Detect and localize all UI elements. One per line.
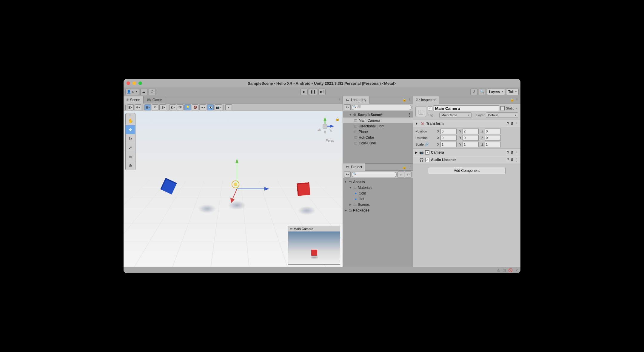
hierarchy-item-main-camera[interactable]: ◫Main Camera	[343, 118, 413, 123]
position-y[interactable]	[463, 129, 479, 134]
packages-folder[interactable]: ▶🗀Packages	[343, 207, 413, 213]
move-tool[interactable]: ✥	[126, 125, 135, 134]
draw-mode-button[interactable]: ◐▾	[170, 104, 176, 110]
inspector-tab[interactable]: ⓘ Inspector	[413, 96, 439, 104]
help-icon[interactable]: ?	[507, 158, 509, 162]
preset-icon[interactable]: ⇵	[511, 121, 514, 126]
effects-toggle[interactable]: ☁▾	[199, 104, 206, 110]
position-z[interactable]	[485, 129, 501, 134]
services-button[interactable]: ⬡	[149, 89, 156, 95]
preset-icon[interactable]: ⇵	[511, 150, 514, 155]
minimize-window[interactable]	[133, 81, 136, 85]
step-button[interactable]: ▶|	[318, 89, 326, 95]
lighting-toggle[interactable]: 💡	[184, 104, 191, 110]
position-x[interactable]	[440, 129, 457, 134]
create-button[interactable]: +▾	[344, 104, 351, 110]
tools-drag-handle[interactable]: ═	[126, 113, 135, 116]
audiolistener-enabled-checkbox[interactable]: ✓	[425, 158, 429, 162]
help-icon[interactable]: ?	[507, 121, 509, 126]
scenes-folder[interactable]: ▶🗀Scenes	[343, 202, 413, 207]
hierarchy-search[interactable]: All	[352, 105, 412, 110]
hierarchy-item-hot-cube[interactable]: ◫Hot-Cube	[343, 135, 413, 140]
hierarchy-item-cold-cube[interactable]: ◫Cold-Cube	[343, 140, 413, 146]
scene-viewport[interactable]: ═ ✋ ✥ ↻ ⤢ ▭ ⊕ y	[124, 111, 343, 267]
hierarchy-item-directional-light[interactable]: ◫Directional Light	[343, 123, 413, 129]
hot-cube-object[interactable]	[297, 182, 310, 196]
object-name-field[interactable]	[434, 105, 499, 111]
help-icon[interactable]: ?	[507, 150, 509, 155]
drag-handle-icon[interactable]: ═	[290, 227, 292, 231]
layers-dropdown[interactable]: Layers	[487, 89, 505, 95]
active-checkbox[interactable]: ✓	[428, 106, 432, 110]
gizmos-toggle[interactable]: ▾	[225, 104, 232, 110]
tab-menu-icon[interactable]: ⋮	[515, 98, 519, 102]
scale-y[interactable]	[463, 142, 479, 147]
game-tab[interactable]: 🎮 Game	[144, 96, 166, 104]
visibility-toggle[interactable]: 👁‍🗨	[207, 104, 214, 110]
scene-menu-icon[interactable]: ⋮	[408, 113, 412, 117]
lock-icon[interactable]: 🔓	[402, 98, 406, 102]
create-asset-button[interactable]: +▾	[344, 172, 351, 177]
project-tab[interactable]: 🗀 Project	[343, 163, 365, 171]
orientation-gizmo[interactable]: y	[313, 116, 337, 137]
grid-snap-button[interactable]: ▦▾	[144, 104, 151, 110]
gameobject-type-icon[interactable]: ◫	[415, 106, 426, 117]
rotation-x[interactable]	[440, 135, 457, 141]
transform-header[interactable]: ▼ ⇲ Transform ? ⇵ ⋮	[413, 120, 520, 127]
foldout-icon[interactable]: ▶	[415, 150, 417, 155]
2d-toggle[interactable]: 2D	[177, 104, 184, 110]
rotation-y[interactable]	[463, 135, 479, 141]
audio-toggle[interactable]: 🔇	[192, 104, 198, 110]
transform-tool[interactable]: ⊕	[126, 161, 135, 170]
zoom-window[interactable]	[138, 81, 142, 85]
status-icon[interactable]: ◫	[503, 268, 506, 272]
search-by-type-button[interactable]: ⌕	[398, 172, 404, 177]
lock-icon[interactable]: 🔓	[402, 165, 406, 169]
menu-icon[interactable]: ⋮	[515, 121, 519, 126]
scale-tool[interactable]: ⤢	[126, 143, 135, 152]
status-icon[interactable]: ✓	[515, 268, 518, 272]
hand-tool[interactable]: ✋	[126, 116, 135, 125]
assets-folder[interactable]: ▼🗀Assets	[343, 179, 413, 185]
camera-header[interactable]: ▶ 📷 ✓ Camera ? ⇵ ⋮	[413, 149, 520, 156]
global-search-button[interactable]: 🔍	[479, 89, 486, 95]
audio-listener-header[interactable]: ▶ 🎧 ✓ Audio Listener ? ⇵ ⋮	[413, 156, 520, 163]
tool-handle-button[interactable]: ◧▾	[127, 104, 134, 110]
layer-dropdown[interactable]: Default	[486, 112, 518, 118]
rotation-z[interactable]	[485, 135, 501, 141]
snap-settings-button[interactable]: |‖|▾	[159, 104, 166, 110]
cloud-button[interactable]: ☁	[140, 89, 147, 95]
tab-menu-icon[interactable]: ⋮	[408, 98, 411, 102]
status-icon[interactable]: ⚠	[497, 268, 500, 272]
camera-settings-button[interactable]: 📷▾	[215, 104, 222, 110]
account-button[interactable]: 👤 D ▼	[125, 89, 139, 95]
layout-dropdown[interactable]: Tall	[506, 89, 519, 95]
rotate-tool[interactable]: ↻	[126, 134, 135, 143]
pivot-mode-button[interactable]: ⊕▾	[135, 104, 141, 110]
scale-x[interactable]	[440, 142, 457, 147]
scale-z[interactable]	[485, 142, 501, 147]
hierarchy-tab[interactable]: ≔ Hierarchy	[343, 96, 369, 104]
static-checkbox[interactable]	[500, 106, 505, 110]
menu-icon[interactable]: ⋮	[515, 150, 519, 155]
play-button[interactable]: ▶	[301, 89, 308, 95]
project-search[interactable]	[352, 172, 397, 177]
tag-dropdown[interactable]: MainCame	[439, 112, 472, 118]
lock-icon[interactable]: 🔒	[335, 117, 340, 121]
hierarchy-item-plane[interactable]: ◫Plane	[343, 129, 413, 135]
foldout-icon[interactable]: ▼	[415, 121, 418, 126]
add-component-button[interactable]: Add Component	[428, 167, 506, 174]
status-icon[interactable]: 🚫	[508, 268, 513, 272]
scene-row[interactable]: ▼⬢SampleScene*⋮	[343, 112, 413, 118]
projection-label[interactable]: Persp	[326, 139, 334, 142]
material-hot[interactable]: ●Hot	[343, 196, 413, 202]
tab-menu-icon[interactable]: ⋮	[408, 165, 411, 169]
close-window[interactable]	[127, 81, 130, 85]
scene-tab[interactable]: # Scene	[124, 96, 144, 104]
link-icon[interactable]: 🔗	[425, 143, 429, 146]
preset-icon[interactable]: ⇵	[511, 158, 514, 162]
menu-icon[interactable]: ⋮	[515, 158, 519, 162]
materials-folder[interactable]: ▼🗀Materials	[343, 185, 413, 190]
search-by-label-button[interactable]: 🏷	[405, 172, 412, 177]
dropdown-icon[interactable]: ▼	[516, 107, 518, 110]
